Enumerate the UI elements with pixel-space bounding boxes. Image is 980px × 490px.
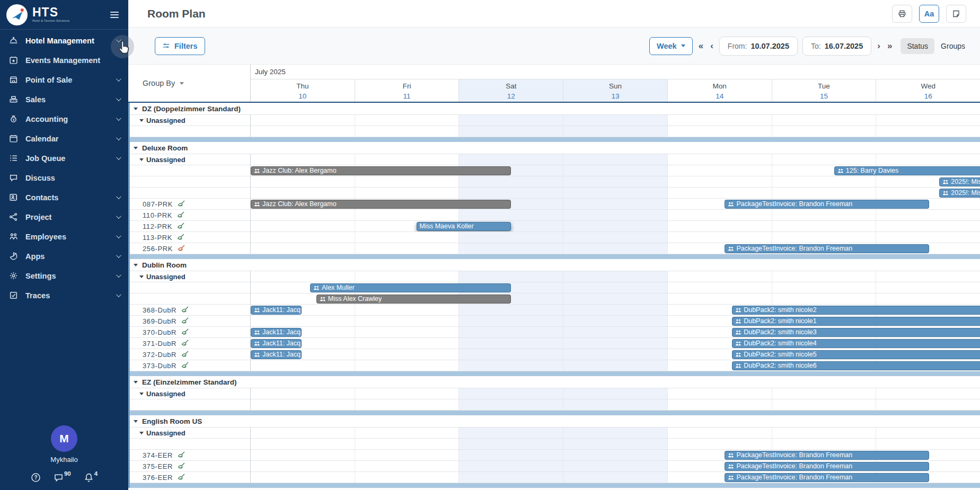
booking-bar[interactable]: PackageTestInvoice: Brandon Freeman: [725, 462, 929, 471]
day-cell[interactable]: [563, 232, 667, 243]
day-cell[interactable]: [458, 154, 563, 165]
day-cell[interactable]: [667, 176, 772, 187]
day-cell[interactable]: [876, 439, 980, 449]
unassigned-label-cell[interactable]: Unassigned: [128, 154, 251, 165]
day-cell[interactable]: [563, 450, 667, 460]
day-cell[interactable]: [772, 126, 876, 137]
day-cell[interactable]: [563, 221, 667, 231]
room-label-cell[interactable]: 370-DubR: [128, 327, 251, 338]
day-cell[interactable]: [876, 232, 980, 243]
day-cell[interactable]: [251, 221, 355, 231]
day-cell[interactable]: [667, 427, 772, 438]
group-header-row[interactable]: DZ (Doppelzimmer Standard): [128, 103, 980, 115]
day-cell[interactable]: [251, 439, 355, 449]
day-cell[interactable]: [458, 472, 563, 483]
unassigned-label-cell[interactable]: Unassigned: [128, 388, 251, 399]
day-number[interactable]: 11: [355, 92, 459, 100]
day-cell[interactable]: [458, 327, 563, 337]
day-cell[interactable]: [458, 188, 563, 198]
day-cell[interactable]: [563, 327, 667, 337]
day-cell[interactable]: [458, 461, 563, 471]
day-cell[interactable]: [563, 399, 667, 410]
day-cell[interactable]: [876, 115, 980, 126]
day-cell[interactable]: [876, 126, 980, 137]
day-cell[interactable]: [458, 349, 563, 360]
day-cell[interactable]: [772, 282, 876, 293]
day-cell[interactable]: [667, 293, 772, 304]
date-to-field[interactable]: To: 16.07.2025: [802, 37, 871, 56]
collapse-caret-icon[interactable]: [134, 420, 138, 423]
day-cell[interactable]: [251, 461, 355, 471]
print-button[interactable]: [892, 5, 912, 23]
day-cell[interactable]: [876, 427, 980, 438]
broom-green-icon[interactable]: [181, 306, 189, 314]
day-cell[interactable]: [355, 427, 459, 438]
day-cell[interactable]: [355, 461, 459, 471]
nav-next-button[interactable]: ›: [876, 41, 881, 51]
group-header-row[interactable]: Deluxe Room: [128, 142, 980, 154]
broom-green-icon[interactable]: [181, 317, 189, 325]
day-cell[interactable]: [876, 271, 980, 282]
day-cell[interactable]: [667, 399, 772, 410]
day-number[interactable]: 16: [876, 92, 980, 100]
day-cell[interactable]: [563, 316, 667, 326]
group-header-row[interactable]: English Room US: [128, 415, 980, 427]
booking-bar[interactable]: DubPack2: smith nicole6: [732, 361, 980, 370]
broom-green-icon[interactable]: [181, 361, 189, 370]
room-label-cell[interactable]: 256-PRK: [128, 243, 251, 254]
date-from-field[interactable]: From: 10.07.2025: [719, 37, 798, 56]
range-selector-button[interactable]: Week: [649, 37, 693, 55]
day-cell[interactable]: [458, 115, 563, 126]
day-cell[interactable]: [355, 305, 459, 315]
booking-bar[interactable]: DubPack2: smith nicole4: [732, 339, 980, 348]
booking-bar[interactable]: Jazz Club: Alex Bergamo: [251, 166, 511, 175]
day-cell[interactable]: [772, 221, 876, 231]
collapse-caret-icon[interactable]: [134, 264, 138, 266]
day-cell[interactable]: [772, 388, 876, 399]
messages-icon[interactable]: 90: [54, 473, 71, 483]
day-cell[interactable]: [458, 232, 563, 243]
booking-bar[interactable]: Jack11: Jacq: [251, 350, 302, 359]
day-number[interactable]: 10: [251, 92, 355, 100]
day-cell[interactable]: [251, 232, 355, 243]
day-cell[interactable]: [251, 210, 355, 220]
day-cell[interactable]: [355, 399, 459, 410]
booking-bar[interactable]: Jazz Club: Alex Bergamo: [251, 200, 511, 209]
booking-bar[interactable]: Miss Alex Crawley: [316, 295, 511, 304]
booking-bar[interactable]: Jack11: Jacq: [251, 306, 302, 315]
day-cell[interactable]: [667, 388, 772, 399]
day-cell[interactable]: [458, 243, 563, 254]
day-cell[interactable]: [355, 450, 459, 460]
booking-bar[interactable]: DubPack2: smith nicole1: [732, 317, 980, 326]
booking-bar[interactable]: Alex Muller: [310, 283, 511, 292]
day-cell[interactable]: [355, 176, 459, 187]
day-cell[interactable]: [563, 472, 667, 483]
sidebar-item-employees[interactable]: Employees: [0, 227, 128, 246]
day-cell[interactable]: [251, 360, 355, 371]
room-label-cell[interactable]: 375-EER: [128, 461, 251, 472]
day-cell[interactable]: [563, 461, 667, 471]
day-cell[interactable]: [355, 243, 459, 254]
collapse-caret-icon[interactable]: [139, 275, 144, 278]
day-cell[interactable]: [355, 349, 459, 360]
toggle-status-button[interactable]: Status: [900, 38, 934, 54]
broom-green-icon[interactable]: [176, 222, 185, 230]
day-cell[interactable]: [876, 221, 980, 231]
day-cell[interactable]: [667, 232, 772, 243]
day-cell[interactable]: [772, 176, 876, 187]
booking-bar[interactable]: Jack11: Jacq: [251, 328, 302, 337]
day-cell[interactable]: [355, 439, 459, 449]
sidebar-item-accounting[interactable]: $Accounting: [0, 109, 128, 129]
day-cell[interactable]: [667, 221, 772, 231]
room-label-cell[interactable]: 374-EER: [128, 450, 251, 461]
day-cell[interactable]: [772, 271, 876, 282]
room-label-cell[interactable]: 369-DubR: [128, 316, 251, 327]
day-cell[interactable]: [563, 360, 667, 371]
sidebar-item-settings[interactable]: Settings: [0, 266, 128, 286]
nav-first-button[interactable]: «: [698, 41, 704, 51]
day-cell[interactable]: [355, 388, 459, 399]
group-header-row[interactable]: EZ (Einzelzimmer Standard): [128, 376, 980, 388]
broom-green-icon[interactable]: [177, 462, 186, 470]
day-cell[interactable]: [667, 282, 772, 293]
day-cell[interactable]: [772, 293, 876, 304]
